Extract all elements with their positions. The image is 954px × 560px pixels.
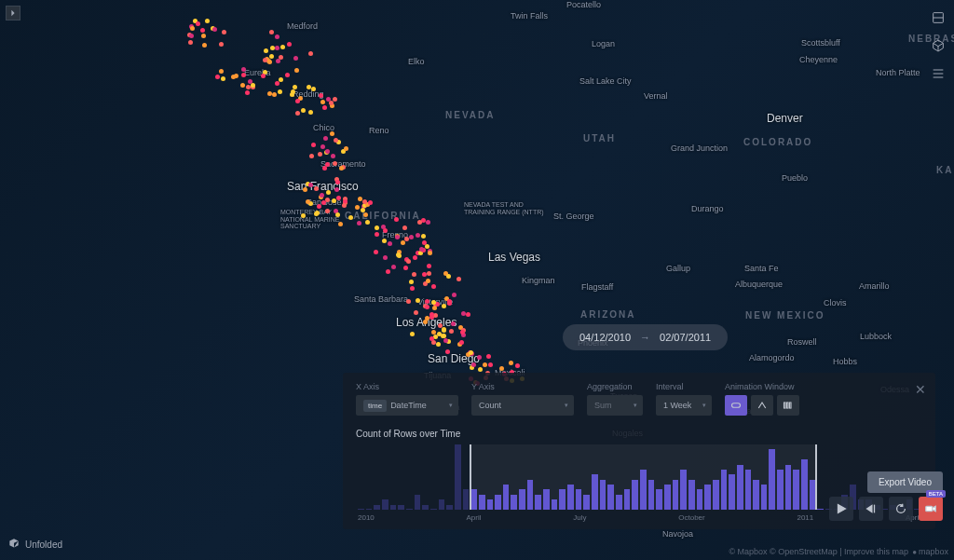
data-point [457,277,461,281]
city-label: Logan [592,39,615,48]
chart-bar [422,505,429,510]
xaxis-select[interactable]: time DateTime [356,395,458,416]
state-label: KAN [936,165,954,175]
data-point [311,143,316,147]
city-label: Denver [767,112,803,125]
range-selection[interactable] [470,444,817,510]
data-point [374,250,378,254]
chart-bar [398,505,404,510]
city-label: Las Vegas [488,251,540,264]
data-point [261,74,266,78]
state-label: UTAH [583,133,616,143]
data-point [413,255,417,260]
chart-bar [463,489,470,510]
data-point [275,34,279,39]
data-point [320,144,325,149]
data-point [471,362,476,367]
anim-mode-free[interactable] [725,395,747,416]
anim-mode-point[interactable] [777,395,799,416]
data-point [363,212,368,217]
int-label: Interval [656,382,712,391]
beta-badge: BETA [926,490,946,498]
data-point [488,362,493,367]
city-label: Clovis [824,298,847,307]
step-button[interactable] [859,497,883,521]
chart-bar [382,499,388,510]
data-point [339,166,344,171]
data-point [365,220,370,225]
data-point [280,45,285,49]
data-point [388,241,392,246]
data-point [452,293,457,297]
data-point [231,75,236,79]
yaxis-label: Y Axis [471,382,574,391]
date-range-pill[interactable]: 04/12/2010 → 02/07/2011 [563,324,728,350]
data-point [246,85,251,89]
data-point [287,42,292,47]
chart-bar [455,444,461,510]
data-point [320,100,325,104]
close-icon[interactable]: ✕ [915,382,926,397]
data-point [466,312,470,317]
reset-button[interactable] [889,497,913,521]
city-label: Grand Junction [671,143,728,153]
data-point [416,233,420,238]
data-point [308,183,313,187]
data-point [322,166,327,171]
state-label: NEVADA [445,110,495,120]
panel-toggle-button[interactable] [6,6,20,20]
data-point [295,99,300,103]
data-point [499,366,504,371]
data-point [221,76,225,81]
axis-tick: October [678,513,704,522]
data-point [442,334,446,338]
city-label: St. George [553,212,594,221]
cube-icon[interactable] [930,37,947,54]
agg-select[interactable]: Sum [587,395,643,416]
data-point [478,367,483,372]
data-point [394,217,399,222]
data-point [269,54,274,59]
int-select[interactable]: 1 Week [656,395,712,416]
data-point [219,69,224,74]
date-start: 04/12/2010 [579,332,631,343]
chart-bar [430,509,437,510]
legend-icon[interactable] [930,65,947,82]
data-point [330,131,334,136]
data-point [446,274,451,279]
data-point [421,234,426,239]
data-point [326,190,331,195]
unfolded-logo[interactable]: Unfolded [7,538,62,551]
xaxis-tag: time [363,400,387,412]
data-point [357,221,361,225]
chart-bar [374,505,380,510]
data-point [469,350,473,355]
xaxis-value: DateTime [390,401,427,410]
data-point [460,330,465,335]
axis-tick: July [573,513,586,522]
svg-rect-6 [784,403,786,408]
data-point [189,34,194,38]
data-point [386,269,390,274]
city-label: Salt Lake City [579,76,632,86]
city-label: Flagstaff [581,282,613,292]
globe-icon[interactable] [930,9,947,26]
data-point [375,225,379,230]
city-label: Reno [369,126,389,135]
data-point [322,105,327,110]
yaxis-select[interactable]: Count [471,395,574,416]
anim-mode-incremental[interactable] [751,395,773,416]
data-point [368,200,373,205]
mapbox-logo[interactable]: mapbox [912,547,948,556]
data-point [201,34,206,38]
data-point [325,149,330,154]
data-point [336,196,341,200]
data-point [196,21,200,26]
record-button[interactable]: BETA [919,497,943,521]
city-label: Roswell [787,337,817,347]
state-label: COLORADO [743,137,812,147]
play-button[interactable] [829,497,853,521]
data-point [342,203,347,208]
data-point [308,51,313,56]
state-label: CALIFORNIA [345,211,421,221]
